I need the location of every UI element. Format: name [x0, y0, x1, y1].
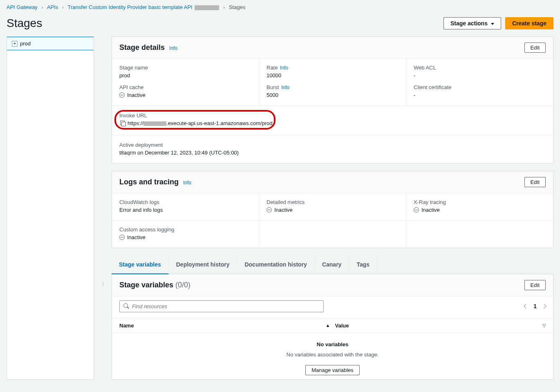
- manage-variables-button[interactable]: Manage variables: [305, 365, 360, 375]
- crumb-api-gateway[interactable]: API Gateway: [7, 4, 38, 10]
- stage-details-title: Stage details Info: [119, 43, 177, 52]
- invoke-url-value: https://.execute-api.us-east-1.amazonaws…: [119, 120, 272, 126]
- crumb-apis[interactable]: APIs: [47, 4, 58, 10]
- active-deployment-label: Active deployment: [119, 142, 546, 148]
- xray-label: X-Ray tracing: [414, 199, 546, 205]
- logs-tracing-title: Logs and tracing Info: [119, 178, 191, 186]
- chevron-right-icon: ›: [42, 4, 43, 10]
- inactive-icon: [119, 92, 125, 98]
- info-link[interactable]: Info: [280, 65, 288, 71]
- chevron-right-icon: ›: [223, 4, 225, 10]
- invoke-url-label: Invoke URL: [119, 112, 272, 119]
- resize-handle[interactable]: ⸽: [101, 280, 105, 288]
- empty-desc: No variables associated with the stage.: [112, 352, 553, 358]
- caret-down-icon: [491, 23, 494, 25]
- create-stage-button[interactable]: Create stage: [505, 17, 553, 29]
- page-header: Stages Stage actions Create stage: [0, 14, 560, 36]
- variables-table-header: Name ▲ Value ▽: [112, 318, 553, 333]
- stage-tabs: Stage variables Deployment history Docum…: [112, 255, 553, 274]
- copy-icon[interactable]: [119, 121, 125, 126]
- edit-variables-button[interactable]: Edit: [524, 280, 546, 290]
- inactive-icon: [414, 207, 419, 213]
- cw-logs-label: CloudWatch logs: [119, 199, 251, 205]
- burst-value: 5000: [267, 92, 399, 98]
- chevron-right-icon: ›: [62, 4, 64, 10]
- custom-access-label: Custom access logging: [119, 226, 251, 233]
- sort-asc-icon[interactable]: ▲: [326, 323, 330, 328]
- stage-details-panel: Stage details Info Edit Stage name prod …: [112, 36, 553, 164]
- info-link[interactable]: Info: [183, 180, 191, 186]
- redacted-text: [195, 5, 219, 10]
- web-acl-value: -: [414, 72, 546, 78]
- col-name[interactable]: Name: [119, 323, 134, 329]
- burst-label: Burst Info: [267, 84, 399, 90]
- tab-tags[interactable]: Tags: [349, 255, 377, 274]
- inactive-icon: [267, 207, 272, 213]
- info-link[interactable]: Info: [281, 85, 289, 90]
- stage-name-value: prod: [119, 72, 251, 78]
- breadcrumb: API Gateway › APIs › Transfer Custom Ide…: [0, 0, 560, 14]
- page-number: 1: [533, 303, 537, 309]
- rate-label: Rate Info: [267, 65, 399, 71]
- search-input[interactable]: [119, 300, 324, 312]
- tree-item-label: prod: [20, 40, 31, 47]
- empty-state: No variables No variables associated wit…: [112, 333, 553, 379]
- stage-variables-title: Stage variables (0/0): [119, 281, 190, 289]
- custom-access-value: Inactive: [119, 234, 251, 240]
- sort-icon[interactable]: ▽: [542, 323, 546, 328]
- crumb-current: Stages: [229, 4, 245, 10]
- empty-title: No variables: [112, 341, 553, 347]
- rate-value: 10000: [267, 72, 399, 78]
- pager: 1: [524, 303, 546, 309]
- crumb-api-name[interactable]: Transfer Custom Identity Provider basic …: [68, 4, 220, 10]
- stage-name-label: Stage name: [119, 65, 251, 71]
- info-link[interactable]: Info: [169, 45, 177, 51]
- stages-tree: + prod: [7, 36, 94, 380]
- invoke-url-highlight: Invoke URL https://.execute-api.us-east-…: [119, 112, 272, 126]
- page-title: Stages: [7, 17, 42, 30]
- search-icon: [123, 303, 129, 309]
- stage-actions-button[interactable]: Stage actions: [444, 17, 501, 29]
- next-page-button[interactable]: [542, 304, 546, 308]
- edit-stage-details-button[interactable]: Edit: [524, 43, 546, 53]
- tab-documentation-history[interactable]: Documentation history: [237, 255, 314, 274]
- stage-variables-panel: Stage variables (0/0) Edit 1: [112, 274, 553, 380]
- prev-page-button[interactable]: [524, 304, 529, 308]
- redacted-text: [143, 121, 166, 126]
- detailed-metrics-label: Detailed metrics: [267, 199, 399, 205]
- xray-value: Inactive: [414, 207, 546, 213]
- tab-deployment-history[interactable]: Deployment history: [169, 255, 237, 274]
- logs-tracing-panel: Logs and tracing Info Edit CloudWatch lo…: [112, 171, 553, 248]
- web-acl-label: Web ACL: [414, 65, 546, 71]
- tab-stage-variables[interactable]: Stage variables: [112, 255, 169, 274]
- edit-logs-button[interactable]: Edit: [524, 177, 546, 187]
- col-value[interactable]: Value: [335, 323, 349, 329]
- expand-icon[interactable]: +: [12, 41, 18, 47]
- client-cert-value: -: [414, 92, 546, 98]
- detailed-metrics-value: Inactive: [267, 207, 399, 213]
- tab-canary[interactable]: Canary: [315, 255, 349, 274]
- inactive-icon: [119, 235, 125, 240]
- active-deployment-value: t8aqrm on December 12, 2023, 10:49 (UTC-…: [119, 150, 546, 156]
- client-cert-label: Client certificate: [414, 84, 546, 90]
- tree-item-prod[interactable]: + prod: [7, 37, 94, 50]
- cw-logs-value: Error and info logs: [119, 207, 251, 213]
- api-cache-label: API cache: [119, 84, 251, 90]
- api-cache-value: Inactive: [119, 92, 251, 98]
